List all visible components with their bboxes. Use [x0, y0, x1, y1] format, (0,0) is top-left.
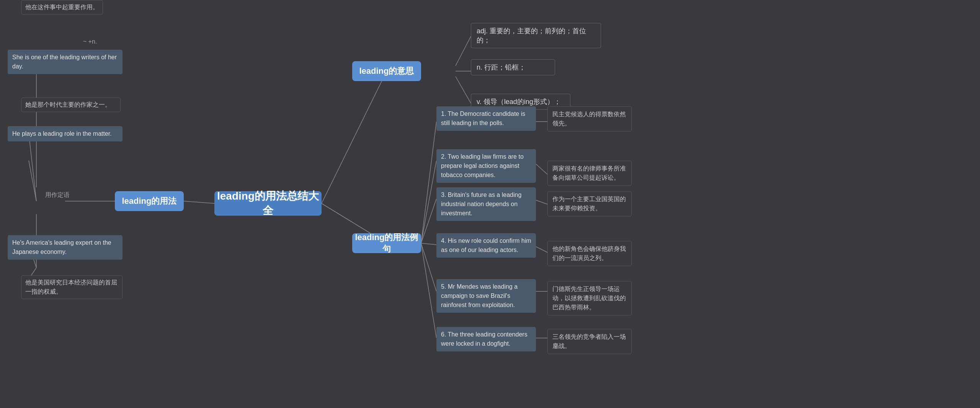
svg-line-3 [456, 36, 471, 66]
example-4: 4. His new role could confirm him as one… [436, 233, 536, 258]
connector-label: 用作定语 [42, 191, 73, 199]
usage-sentence-3: He's America's leading expert on the Jap… [8, 235, 122, 260]
trans-6: 三名领先的竞争者陷入一场鏖战。 [547, 329, 632, 354]
trans-4: 他的新角色会确保他跻身我们的一流演员之列。 [547, 241, 632, 266]
example-5: 5. Mr Mendes was leading a campaign to s… [436, 279, 536, 313]
yongfa-label: leading的用法 [122, 195, 176, 207]
def-adj: adj. 重要的，主要的；前列的；首位的； [471, 23, 601, 48]
svg-line-17 [421, 161, 436, 243]
yisi-label: leading的意思 [359, 65, 414, 77]
example-6: 6. The three leading contenders were loc… [436, 327, 536, 351]
def-n: n. 行距；铅框； [471, 59, 555, 75]
center-label: leading的用法总结大全 [214, 189, 322, 218]
svg-line-0 [322, 71, 387, 203]
svg-line-18 [421, 199, 436, 243]
liju-label: leading的用法例句 [352, 232, 421, 255]
svg-line-21 [421, 243, 436, 338]
svg-line-12 [29, 133, 36, 201]
svg-line-1 [184, 201, 214, 203]
example-2: 2. Two leading law firms are to prepare … [436, 149, 536, 183]
yongfa-node: leading的用法 [115, 191, 184, 211]
svg-line-19 [421, 243, 436, 245]
svg-line-16 [421, 122, 436, 243]
center-node: leading的用法总结大全 [214, 191, 322, 216]
trans-1: 民主党候选人的得票数依然领先。 [547, 106, 632, 132]
usage-sentence-1: She is one of the leading writers of her… [8, 50, 122, 74]
svg-line-20 [421, 243, 436, 291]
usage-trans-1: 她是那个时代主要的作家之一。 [21, 98, 121, 112]
trans-5: 门德斯先生正领导一场运动，以拯救遭到乱砍滥伐的巴西热带雨林。 [547, 281, 632, 315]
tilde-n-label: ~ +n. [75, 38, 105, 45]
example-1: 1. The Democratic candidate is still lea… [436, 106, 536, 131]
example-3: 3. Britain's future as a leading industr… [436, 187, 536, 221]
svg-line-13 [29, 161, 36, 201]
trans-2: 两家很有名的律师事务所准备向烟草公司提起诉讼。 [547, 161, 632, 186]
svg-line-5 [456, 76, 471, 103]
yisi-node: leading的意思 [352, 61, 421, 81]
trans-3: 作为一个主要工业国英国的未来要仰赖投资。 [547, 191, 632, 216]
usage-trans-2: 他在这件事中起重要作用。 [21, 0, 103, 15]
mindmap-container: leading的用法总结大全 leading的意思 adj. 重要的，主要的；前… [0, 0, 980, 408]
liju-node: leading的用法例句 [352, 233, 421, 253]
usage-sentence-2: He plays a leading role in the matter. [8, 126, 122, 141]
usage-trans-3: 他是美国研究日本经济问题的首屈一指的权威。 [21, 275, 122, 299]
